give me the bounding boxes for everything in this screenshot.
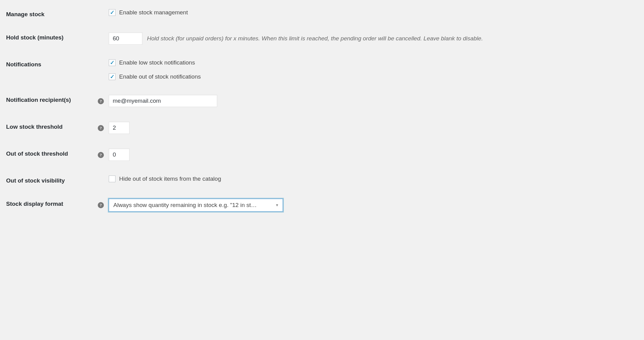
stock-display-format-select[interactable]: Always show quantity remaining in stock … xyxy=(109,199,283,212)
inventory-settings-form: Manage stock Enable stock management Hol… xyxy=(6,9,638,213)
row-notifications: Notifications Enable low stock notificat… xyxy=(6,59,638,68)
stock-display-format-selected[interactable]: Always show quantity remaining in stock … xyxy=(109,199,283,211)
manage-stock-checkbox[interactable] xyxy=(109,9,115,16)
hold-stock-label: Hold stock (minutes) xyxy=(6,34,64,41)
hold-stock-input[interactable] xyxy=(109,32,142,45)
out-of-stock-notification-checkbox[interactable] xyxy=(109,73,115,80)
help-icon[interactable]: ? xyxy=(98,202,104,208)
hide-out-of-stock-checkbox[interactable] xyxy=(109,176,115,182)
out-of-stock-notification-checkbox-wrap[interactable]: Enable out of stock notifications xyxy=(109,73,638,80)
out-of-stock-threshold-input[interactable] xyxy=(109,149,130,161)
hide-out-of-stock-label[interactable]: Hide out of stock items from the catalog xyxy=(119,176,221,182)
help-icon[interactable]: ? xyxy=(98,152,104,158)
notification-recipients-input[interactable] xyxy=(109,95,217,107)
low-stock-notification-checkbox[interactable] xyxy=(109,59,115,66)
out-of-stock-notification-label[interactable]: Enable out of stock notifications xyxy=(119,73,201,80)
row-low-stock-threshold: Low stock threshold ? xyxy=(6,122,638,134)
low-stock-notification-label[interactable]: Enable low stock notifications xyxy=(119,59,195,66)
manage-stock-label: Manage stock xyxy=(6,11,45,17)
notification-recipients-label: Notification recipient(s) xyxy=(6,97,71,103)
out-of-stock-visibility-label: Out of stock visibility xyxy=(6,177,65,184)
stock-display-format-label: Stock display format xyxy=(6,201,63,207)
out-of-stock-threshold-label: Out of stock threshold xyxy=(6,150,68,157)
low-stock-notification-checkbox-wrap[interactable]: Enable low stock notifications xyxy=(109,59,638,66)
manage-stock-checkbox-wrap[interactable]: Enable stock management xyxy=(109,9,638,16)
manage-stock-checkbox-label[interactable]: Enable stock management xyxy=(119,9,188,16)
hide-out-of-stock-checkbox-wrap[interactable]: Hide out of stock items from the catalog xyxy=(109,176,638,182)
notifications-label: Notifications xyxy=(6,61,41,68)
row-manage-stock: Manage stock Enable stock management xyxy=(6,9,638,18)
row-out-of-stock-threshold: Out of stock threshold ? xyxy=(6,149,638,161)
row-hold-stock: Hold stock (minutes) Hold stock (for unp… xyxy=(6,32,638,45)
hold-stock-help-text: Hold stock (for unpaid orders) for x min… xyxy=(147,35,483,42)
low-stock-threshold-label: Low stock threshold xyxy=(6,124,63,130)
row-notification-recipients: Notification recipient(s) ? xyxy=(6,95,638,107)
row-out-of-stock-visibility: Out of stock visibility Hide out of stoc… xyxy=(6,176,638,184)
low-stock-threshold-input[interactable] xyxy=(109,122,130,134)
row-notifications-2: Enable out of stock notifications xyxy=(6,73,638,80)
help-icon[interactable]: ? xyxy=(98,125,104,131)
help-icon[interactable]: ? xyxy=(98,98,104,104)
row-stock-display-format: Stock display format ? Always show quant… xyxy=(6,199,638,213)
